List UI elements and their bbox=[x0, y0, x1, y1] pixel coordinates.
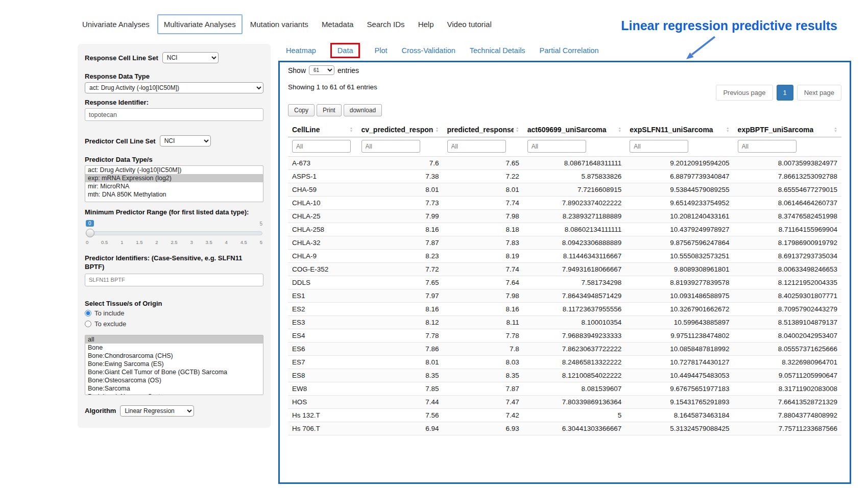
cell-value: 8.3226980964701 bbox=[734, 356, 841, 369]
predictor-datatype-option-act-drug-activity-log10-ic50m[interactable]: act: Drug Activity (-log10[IC50M]) bbox=[85, 166, 263, 174]
predictor-data-types-label: Predictor Data Type/s bbox=[85, 156, 263, 163]
column-header-predicted-response[interactable]: predicted_response▲▼ bbox=[443, 123, 523, 137]
cell-value: 10.2081240433161 bbox=[625, 210, 733, 223]
cell-value: 7.38 bbox=[357, 170, 443, 183]
radio-input-to-include[interactable] bbox=[85, 310, 91, 316]
nav-tab-search-ids[interactable]: Search IDs bbox=[361, 15, 410, 33]
cell-value: 9.15431765291893 bbox=[625, 396, 733, 409]
filter-input-cv-predicted-response[interactable] bbox=[361, 140, 420, 153]
cell-value: 8.100010354 bbox=[523, 316, 626, 329]
cell-value: 8.00735993824977 bbox=[734, 157, 841, 170]
slider-track[interactable] bbox=[86, 231, 262, 235]
cell-value: 8.01 bbox=[357, 356, 443, 369]
cell-value: 8.081539607 bbox=[523, 382, 626, 396]
cell-value: 8.06146464260737 bbox=[734, 197, 841, 210]
filter-input-expslfn11-unisarcoma[interactable] bbox=[630, 140, 688, 153]
tissue-radio-to-exclude[interactable]: To exclude bbox=[85, 320, 263, 328]
sort-icon[interactable]: ▲▼ bbox=[350, 127, 353, 133]
table-row-hs-132-t: Hs 132.T7.567.4258.16458734631847.880437… bbox=[288, 409, 841, 422]
pagination: Previous page 1 Next page bbox=[716, 85, 841, 101]
column-header-wrap: expBPTF_uniSarcoma▲▼ bbox=[738, 126, 837, 134]
radio-input-to-exclude[interactable] bbox=[85, 321, 91, 327]
predictor-identifiers-input[interactable] bbox=[85, 274, 263, 286]
sort-icon[interactable]: ▲▼ bbox=[516, 127, 519, 133]
tissue-option-bone-ewing-sarcoma-es[interactable]: Bone:Ewing Sarcoma (ES) bbox=[85, 360, 263, 368]
cell-value: 8.09423306888889 bbox=[523, 236, 626, 250]
cell-value: 8.08602134111111 bbox=[523, 223, 626, 236]
nav-tab-univariate-analyses[interactable]: Univariate Analyses bbox=[77, 15, 155, 33]
cell-value: 7.65 bbox=[443, 157, 523, 170]
predictor-datatype-option-exp-mrna-expression-log2[interactable]: exp: mRNA Expression (log2) bbox=[85, 174, 263, 182]
download-button[interactable]: download bbox=[344, 104, 382, 116]
filter-input-predicted-response[interactable] bbox=[447, 140, 506, 153]
slider-tick-label: 2 bbox=[155, 239, 158, 245]
column-header-expbptf-unisarcoma[interactable]: expBPTF_uniSarcoma▲▼ bbox=[734, 123, 841, 137]
nav-tab-video-tutorial[interactable]: Video tutorial bbox=[441, 15, 497, 33]
tab-partial-correlation[interactable]: Partial Correlation bbox=[540, 46, 599, 55]
tissue-option-bone-giant-cell-tumor-of-bone-gctb-sarcoma[interactable]: Bone:Giant Cell Tumor of Bone (GCTB) Sar… bbox=[85, 368, 263, 376]
tissue-option-peripheral-nervous-system[interactable]: Peripheral_Nervous_System bbox=[85, 393, 263, 395]
column-header-expslfn11-unisarcoma[interactable]: expSLFN11_uniSarcoma▲▼ bbox=[625, 123, 733, 137]
sort-icon[interactable]: ▲▼ bbox=[618, 127, 621, 133]
tissue-option-bone-sarcoma[interactable]: Bone:Sarcoma bbox=[85, 384, 263, 393]
tissue-option-bone-osteosarcoma-os[interactable]: Bone:Osteosarcoma (OS) bbox=[85, 376, 263, 384]
cell-value: 8.11446343116667 bbox=[523, 250, 626, 263]
cell-value: 8.12100854022222 bbox=[523, 369, 626, 382]
current-page-button[interactable]: 1 bbox=[777, 85, 793, 101]
predictor-cell-line-set-select[interactable]: NCI bbox=[160, 135, 211, 147]
print-button[interactable]: Print bbox=[317, 104, 342, 116]
tissue-option-bone[interactable]: Bone bbox=[85, 344, 263, 352]
column-header-act609699-unisarcoma[interactable]: act609699_uniSarcoma▲▼ bbox=[523, 123, 626, 137]
column-header-wrap: expSLFN11_uniSarcoma▲▼ bbox=[630, 126, 729, 134]
radio-label: To include bbox=[94, 309, 125, 317]
nav-tab-mutation-variants[interactable]: Mutation variants bbox=[245, 15, 314, 33]
response-data-type-label: Response Data Type bbox=[85, 72, 263, 80]
column-header-cellline[interactable]: CellLine▲▼ bbox=[288, 123, 357, 137]
predictor-datatype-option-mth-dna-850k-methylation[interactable]: mth: DNA 850K Methylation bbox=[85, 190, 263, 199]
cell-value: 7.72 bbox=[357, 263, 443, 276]
tissue-listbox[interactable]: allBoneBone:Chondrosarcoma (CHS)Bone:Ewi… bbox=[85, 335, 263, 395]
sort-icon[interactable]: ▲▼ bbox=[726, 127, 730, 133]
cell-value: 6.30441303366667 bbox=[523, 422, 626, 435]
column-header-label: expBPTF_uniSarcoma bbox=[738, 126, 814, 134]
sort-desc-icon: ▼ bbox=[726, 130, 730, 133]
table-row-asps-1: ASPS-17.387.225.8758338266.8879773934084… bbox=[288, 170, 841, 183]
tab-technical-details[interactable]: Technical Details bbox=[470, 46, 525, 55]
tab-data[interactable]: Data bbox=[330, 43, 360, 58]
column-header-cv-predicted-response[interactable]: cv_predicted_response▲▼ bbox=[357, 123, 443, 137]
nav-tab-help[interactable]: Help bbox=[413, 15, 440, 33]
response-cell-line-set-select[interactable]: NCI bbox=[162, 52, 219, 63]
predictor-datatype-listbox[interactable]: act: Drug Activity (-log10[IC50M])exp: m… bbox=[85, 165, 263, 202]
predictor-datatype-option-mir-microrna[interactable]: mir: MicroRNA bbox=[85, 182, 263, 190]
filter-input-cellline[interactable] bbox=[292, 140, 351, 153]
tab-plot[interactable]: Plot bbox=[374, 46, 387, 55]
sort-icon[interactable]: ▲▼ bbox=[436, 127, 439, 133]
cell-value: 7.98 bbox=[443, 210, 523, 223]
show-entries-select[interactable]: 61 bbox=[309, 65, 334, 75]
cellline-value: CHLA-9 bbox=[288, 250, 357, 263]
algorithm-select[interactable]: Linear Regression bbox=[120, 405, 194, 417]
nav-tab-multivariate-analyses[interactable]: Multivariate Analyses bbox=[157, 14, 243, 34]
copy-button[interactable]: Copy bbox=[288, 104, 315, 116]
response-data-type-select[interactable]: act: Drug Activity (-log10[IC50M]) bbox=[85, 82, 263, 93]
cell-value: 7.94931618066667 bbox=[523, 263, 626, 276]
cell-value: 7.78 bbox=[357, 329, 443, 343]
sort-icon[interactable]: ▲▼ bbox=[834, 127, 837, 133]
cell-value: 7.96883949233333 bbox=[523, 329, 626, 343]
next-page-button[interactable]: Next page bbox=[797, 85, 841, 101]
filter-input-act609699-unisarcoma[interactable] bbox=[527, 140, 586, 153]
nav-tab-metadata[interactable]: Metadata bbox=[316, 15, 359, 33]
tab-cross-validation[interactable]: Cross-Validation bbox=[401, 46, 455, 55]
response-identifier-input[interactable] bbox=[85, 108, 263, 121]
tab-heatmap[interactable]: Heatmap bbox=[286, 46, 316, 55]
tissue-origin-label: Select Tissue/s of Origin bbox=[85, 300, 263, 307]
cell-value: 6.94 bbox=[357, 422, 443, 435]
slider-handle[interactable] bbox=[86, 229, 94, 237]
filter-input-expbptf-unisarcoma[interactable] bbox=[738, 140, 797, 153]
tissue-option-all[interactable]: all bbox=[85, 335, 263, 344]
cell-value: 7.56 bbox=[357, 409, 443, 422]
tissue-radio-to-include[interactable]: To include bbox=[85, 309, 263, 317]
tissue-option-bone-chondrosarcoma-chs[interactable]: Bone:Chondrosarcoma (CHS) bbox=[85, 352, 263, 360]
cellline-value: ES3 bbox=[288, 316, 357, 329]
previous-page-button[interactable]: Previous page bbox=[716, 85, 773, 101]
